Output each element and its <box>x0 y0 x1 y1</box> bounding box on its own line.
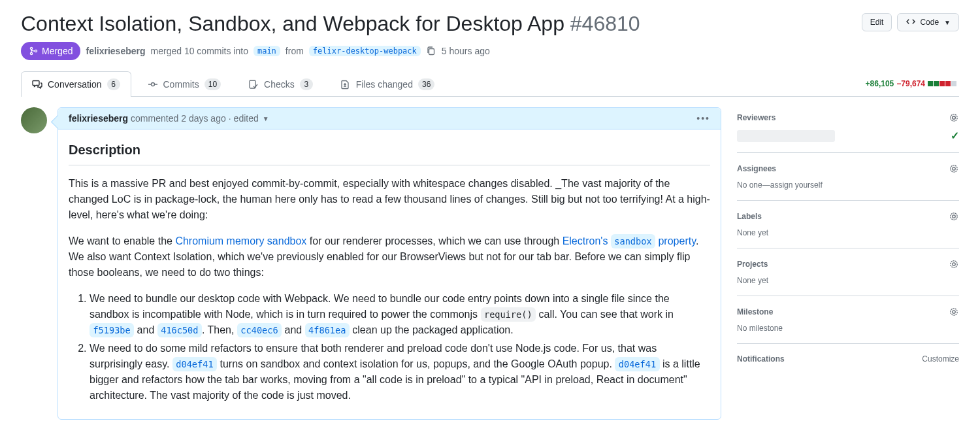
svg-point-7 <box>953 167 955 170</box>
checklist-icon <box>248 79 259 90</box>
commit-sha-link[interactable]: d04ef41 <box>615 357 659 371</box>
pr-author[interactable]: felixrieseberg <box>86 46 145 56</box>
svg-point-13 <box>953 311 955 313</box>
caret-down-icon: ▼ <box>263 115 269 122</box>
base-branch[interactable]: main <box>253 46 280 56</box>
svg-point-9 <box>953 215 955 218</box>
desc-p2: We want to enable the Chromium memory sa… <box>69 233 710 280</box>
comment-header: felixrieseberg commented 2 days ago · ed… <box>58 108 721 129</box>
tab-checks[interactable]: Checks 3 <box>237 71 324 97</box>
code-button[interactable]: Code ▼ <box>897 13 959 31</box>
tab-commits[interactable]: Commits 10 <box>137 71 233 97</box>
additions-count: +86,105 <box>866 79 894 88</box>
sidebar-notifications: Notifications Customize <box>737 344 959 374</box>
link-chromium-sandbox[interactable]: Chromium memory sandbox <box>175 235 306 246</box>
desc-li2: We need to do some mild refactors to ens… <box>90 341 710 403</box>
description-heading: Description <box>69 140 710 165</box>
reviewer-placeholder <box>737 130 835 142</box>
header-actions: Edit Code ▼ <box>862 10 959 31</box>
comment-box: felixrieseberg commented 2 days ago · ed… <box>57 107 721 420</box>
svg-point-10 <box>951 213 957 220</box>
sidebar-milestone: Milestone No milestone <box>737 296 959 344</box>
edited-label[interactable]: edited <box>234 113 259 124</box>
merged-badge: Merged <box>21 42 80 60</box>
copy-branch-icon[interactable] <box>426 46 436 56</box>
svg-point-12 <box>951 261 957 267</box>
pr-number: #46810 <box>570 12 640 35</box>
comment-discussion-icon <box>32 79 42 90</box>
gear-icon[interactable] <box>949 112 959 123</box>
commit-sha-link[interactable]: 4f861ea <box>305 323 350 337</box>
pr-tabs: Conversation 6 Commits 10 Checks 3 Files… <box>21 71 959 97</box>
gear-icon[interactable] <box>949 259 959 269</box>
gear-icon[interactable] <box>949 211 959 222</box>
sidebar-labels: Labels None yet <box>737 201 959 248</box>
tab-conversation[interactable]: Conversation 6 <box>21 71 131 97</box>
merge-icon <box>29 46 39 56</box>
check-icon: ✓ <box>951 129 959 142</box>
svg-point-4 <box>151 83 154 86</box>
comment-actions-button[interactable]: ••• <box>696 113 710 124</box>
svg-point-14 <box>951 309 957 315</box>
reviewer-row: ✓ <box>737 129 959 142</box>
deletions-count: −79,674 <box>896 79 925 88</box>
merged-time: 5 hours ago <box>442 46 490 56</box>
svg-rect-3 <box>429 49 434 55</box>
desc-p1: This is a massive PR and best enjoyed co… <box>69 176 710 223</box>
pr-title-text: Context Isolation, Sandbox, and Webpack … <box>21 12 564 35</box>
tab-files-changed[interactable]: Files changed 36 <box>329 71 446 97</box>
pr-subheader: Merged felixrieseberg merged 10 commits … <box>21 42 959 60</box>
from-text: from <box>286 46 304 56</box>
comment-time[interactable]: 2 days ago <box>181 113 226 124</box>
comment-body: Description This is a massive PR and bes… <box>58 129 721 419</box>
commit-sha-link[interactable]: f5193be <box>90 323 134 337</box>
gear-icon[interactable] <box>949 307 959 317</box>
code-require: require() <box>481 307 536 321</box>
desc-li1: We need to bundle our desktop code with … <box>90 291 710 338</box>
page-title: Context Isolation, Sandbox, and Webpack … <box>21 10 851 37</box>
comment-author[interactable]: felixrieseberg <box>69 113 128 124</box>
svg-point-8 <box>951 165 957 172</box>
commit-sha-link[interactable]: d04ef41 <box>172 357 217 371</box>
merged-text: merged 10 commits into <box>151 46 248 56</box>
assign-yourself-link[interactable]: assign yourself <box>770 180 823 190</box>
commit-sha-link[interactable]: 416c50d <box>157 323 202 337</box>
caret-down-icon: ▼ <box>944 19 951 26</box>
customize-link[interactable]: Customize <box>922 354 959 364</box>
sidebar-projects: Projects None yet <box>737 248 959 296</box>
sidebar: Reviewers ✓ Assignees No one—assign your… <box>737 107 959 374</box>
link-electron-sandbox[interactable]: Electron's sandbox property <box>563 235 696 246</box>
gear-icon[interactable] <box>949 163 959 174</box>
edit-button[interactable]: Edit <box>862 13 892 31</box>
diff-stat: +86,105 −79,674 <box>866 79 959 88</box>
svg-point-11 <box>953 263 955 265</box>
diff-blocks <box>928 81 956 86</box>
git-commit-icon <box>148 79 158 90</box>
sidebar-reviewers: Reviewers ✓ <box>737 107 959 153</box>
sidebar-assignees: Assignees No one—assign yourself <box>737 153 959 201</box>
head-branch[interactable]: felixr-desktop-webpack <box>309 46 421 56</box>
file-diff-icon <box>340 79 351 90</box>
code-icon <box>906 17 916 27</box>
commit-sha-link[interactable]: cc40ec6 <box>237 323 282 337</box>
avatar[interactable] <box>21 107 47 133</box>
